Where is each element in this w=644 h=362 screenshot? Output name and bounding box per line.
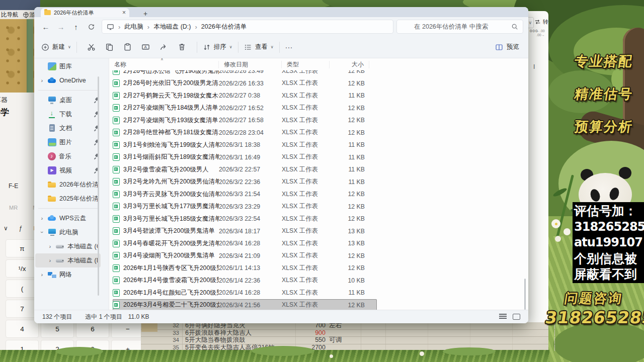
preview-button[interactable]: 预览: [495, 43, 519, 51]
sidebar-item-icon: [56, 242, 64, 250]
sheet-row[interactable]: 34 5开大隐当春物拨浪鼓 550 可调: [141, 337, 548, 344]
sidebar-item[interactable]: 视频: [35, 163, 101, 177]
new-tab-button[interactable]: +: [143, 10, 147, 17]
calculator-key[interactable]: 4: [6, 320, 39, 338]
details-view-icon[interactable]: [499, 314, 507, 320]
file-row[interactable]: 3月1号烟雨斜阳飞升189级女魔清单 2026/3/1 16:49 XLSX 工…: [113, 151, 377, 164]
breadcrumb-this-pc[interactable]: 此电脑: [124, 23, 143, 31]
new-button[interactable]: 新建 ∨: [41, 43, 71, 51]
chevron-icon[interactable]: [47, 243, 53, 249]
view-toggle-buttons: [499, 314, 520, 320]
file-row[interactable]: 3月3号齐云灵脉飞升200级女仙清单 2026/3/3 21:54 XLSX 工…: [113, 188, 377, 201]
sidebar-item[interactable]: 此电脑: [35, 225, 101, 239]
sidebar-item[interactable]: 网络: [35, 267, 101, 282]
paste-button[interactable]: [119, 43, 137, 51]
sidebar-item[interactable]: 图片: [35, 135, 101, 149]
column-header-type[interactable]: 类型: [282, 61, 330, 68]
chevron-icon[interactable]: [39, 272, 45, 278]
sidebar-item[interactable]: [35, 87, 101, 93]
column-header-name[interactable]: 名称 ∧: [109, 61, 219, 68]
breadcrumb[interactable]: › 此电脑 › 本地磁盘 (D:) › 2026年估价清单: [102, 20, 393, 34]
file-type: XLSX 工作表: [282, 289, 330, 297]
file-row[interactable]: 3月4号凌烟阁飞升200级男鬼清单 2026/3/4 21:09 XLSX 工作…: [113, 250, 377, 262]
chevron-icon[interactable]: [39, 77, 45, 83]
xlsx-file-icon: [113, 166, 120, 173]
delete-button[interactable]: [173, 43, 191, 51]
sidebar-item[interactable]: 图库: [35, 59, 101, 73]
file-row[interactable]: 3月3号万里长城飞升177级男魔清单 2026/3/3 23:29 XLSX 工…: [113, 201, 377, 213]
breadcrumb-drive-d[interactable]: 本地磁盘 (D:): [153, 23, 191, 31]
large-icons-view-icon[interactable]: [513, 314, 520, 320]
file-row[interactable]: 2月27号凌烟阁飞升184级男人清单 2026/2/27 16:52 XLSX …: [113, 102, 377, 115]
file-row[interactable]: 3月1号剑烛沧海飞升199级女人清单 2026/3/1 18:38 XLSX 工…: [113, 139, 377, 151]
tab-close-icon[interactable]: ×: [122, 9, 126, 16]
chevron-icon[interactable]: [39, 229, 45, 235]
fe-button[interactable]: F-E: [9, 183, 18, 190]
file-row[interactable]: 2026年3月4号相爱二十飞升200级女人… 2026/3/4 21:56 XL…: [113, 299, 377, 310]
file-row[interactable]: 2月27号鹤舞云天飞升198级女魔木子清单 2026/2/27 0:38 XLS…: [113, 89, 377, 102]
sort-icon: [203, 43, 211, 51]
search-input[interactable]: 在 2026年估价清单 中搜索: [396, 20, 523, 34]
ribbon-decimal-icons[interactable]: ←.00 .00→: [536, 29, 545, 37]
function-dropdown[interactable]: ∨: [4, 225, 8, 232]
file-date-modified: 2026/3/4 18:17: [219, 228, 282, 235]
sidebar-item-label: OneDrive: [59, 77, 86, 84]
chevron-icon[interactable]: [47, 257, 53, 263]
bookmark-item[interactable]: 比导航: [1, 11, 19, 19]
sidebar-item[interactable]: 2026年估价清单: [35, 177, 101, 192]
file-row[interactable]: 2月27号凌烟阁飞升193级女魔清单 2026/2/27 16:58 XLSX …: [113, 114, 377, 127]
sheet-row[interactable]: 33 6开拨浪鼓春禅大隐吉人 900: [141, 330, 548, 337]
file-row[interactable]: 2026年1月1号陕西专区飞升200级男魔… 2026/1/1 14:13 XL…: [113, 262, 377, 275]
sidebar-item-icon: [48, 166, 56, 174]
sidebar-item[interactable]: 本地磁盘 (D:): [35, 253, 101, 267]
file-row[interactable]: 3月4号春暖花开飞升200级男龙清单沧海… 2026/3/4 16:28 XLS…: [113, 237, 377, 250]
sidebar-scrollbar[interactable]: [98, 76, 99, 296]
more-button[interactable]: ···: [285, 43, 293, 51]
rename-button[interactable]: A: [137, 43, 155, 51]
file-row[interactable]: 3月2号傲雪凌霜飞升200级男人 2026/3/2 22:57 XLSX 工作表…: [113, 163, 377, 176]
sidebar-item[interactable]: 2025年估价清单: [35, 192, 101, 206]
explorer-toolbar: 新建 ∨ A 排序 ∨ 查看 ∨ ···: [34, 36, 528, 58]
file-name-cell: 2月26号时光依旧飞升200级男龙清单: [113, 79, 219, 87]
function-dropdown[interactable]: ƒ: [19, 225, 23, 232]
view-button[interactable]: 查看 ∨: [244, 43, 274, 51]
sheet-row[interactable]: 32 6升哥俩好隐身当克火 700 左右: [141, 322, 548, 330]
toolbar-separator: [279, 42, 280, 53]
sidebar-item[interactable]: WPS云盘: [35, 211, 101, 225]
chevron-icon[interactable]: [39, 215, 45, 221]
column-header-size[interactable]: 大小: [330, 61, 369, 68]
sidebar-item[interactable]: [35, 206, 101, 211]
file-row[interactable]: 3月3号万里长城飞升185级女魔清单 2026/3/3 22:54 XLSX 工…: [113, 213, 377, 225]
refresh-button[interactable]: [84, 23, 99, 31]
sidebar-item[interactable]: 本地磁盘 (C:): [35, 239, 101, 253]
memory-key[interactable]: MR: [9, 205, 18, 211]
file-row[interactable]: 2月26号时光依旧飞升200级男龙清单 2026/2/26 16:33 XLSX…: [113, 77, 377, 90]
file-size: 12 KB: [330, 302, 370, 309]
file-list: 2月26号山水公馆 飞升190级男鬼清单 2026/2/26 23:49 XLS…: [109, 65, 528, 310]
contact-line: 个别信息被: [574, 251, 644, 267]
back-button[interactable]: ←: [38, 23, 53, 31]
copy-button[interactable]: [101, 43, 119, 51]
explorer-tab[interactable]: 2026年估价清单 ×: [41, 8, 129, 17]
sort-button[interactable]: 排序 ∨: [203, 43, 232, 51]
sidebar-item[interactable]: 下载: [35, 107, 101, 121]
file-row[interactable]: 3月2号龙吟九州飞升200级男仙清单 2026/3/2 22:36 XLSX 工…: [113, 176, 377, 189]
sidebar-item[interactable]: OneDrive: [35, 73, 101, 87]
cut-button[interactable]: [83, 43, 101, 51]
ribbon-rotate-button[interactable]: 转: [534, 18, 548, 26]
forward-button[interactable]: →: [53, 23, 68, 31]
file-row[interactable]: 2026年1月4号红颜知己飞升200级男鬼… 2026/1/4 16:28 XL…: [113, 287, 377, 299]
file-type: XLSX 工作表: [282, 128, 330, 137]
sidebar-item[interactable]: 桌面: [35, 93, 101, 107]
sidebar-item[interactable]: 音乐: [35, 149, 101, 163]
file-row[interactable]: 3月4号碧波潭飞升200级男鬼清单 2026/3/4 18:17 XLSX 工作…: [113, 225, 377, 238]
file-type: XLSX 工作表: [282, 276, 330, 285]
sidebar-item[interactable]: 文档: [35, 121, 101, 135]
file-name: 3月2号傲雪凌霜飞升200级男人: [123, 165, 208, 174]
share-button[interactable]: [155, 43, 173, 51]
column-header-date[interactable]: 修改日期: [219, 61, 282, 68]
file-row[interactable]: 2026年1月4号傲雪凌霜飞升200级男仙 2026/1/4 22:36 XLS…: [113, 275, 377, 287]
up-button[interactable]: ↑: [68, 23, 84, 31]
breadcrumb-current-folder[interactable]: 2026年估价清单: [201, 23, 247, 31]
file-row[interactable]: 2月28号绝世神都飞升181级女魔清单 2026/2/28 23:04 XLSX…: [113, 127, 377, 139]
